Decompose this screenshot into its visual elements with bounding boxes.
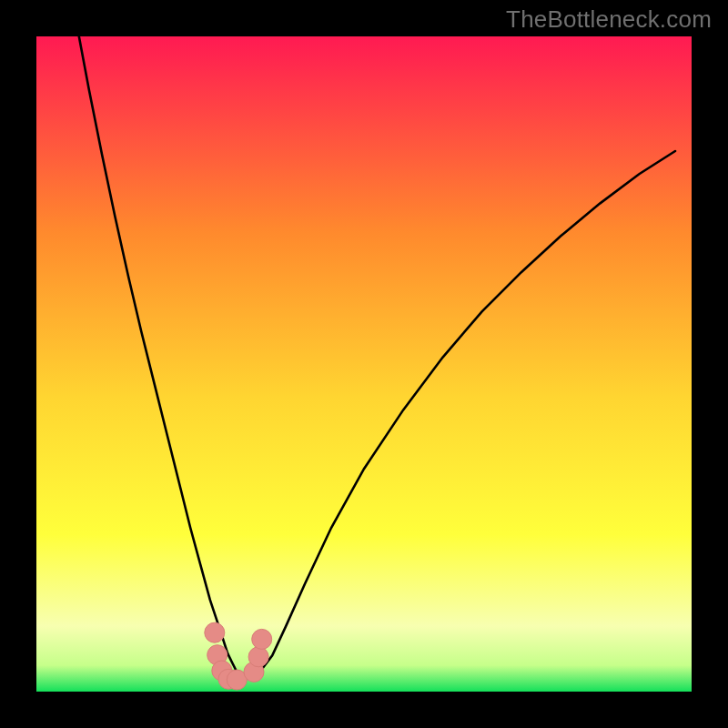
marker-dot: [248, 647, 268, 667]
watermark-text: TheBottleneck.com: [506, 5, 712, 34]
gradient-background: [36, 36, 692, 692]
marker-dot: [252, 629, 272, 649]
chart-stage: TheBottleneck.com: [0, 0, 728, 728]
bottleneck-plot: [0, 0, 728, 728]
marker-dot: [205, 622, 225, 642]
